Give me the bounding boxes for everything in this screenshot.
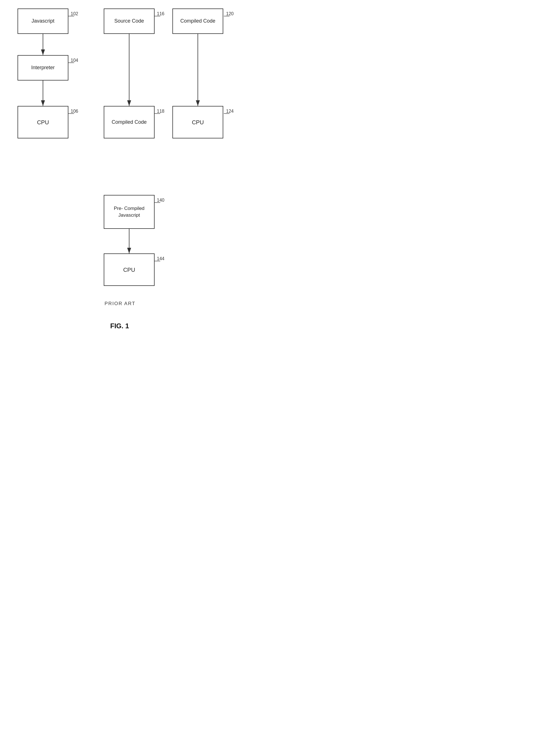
cpu-ref-bottom: 144 bbox=[157, 256, 164, 261]
cpu-ref-1: 106 bbox=[71, 109, 78, 114]
source-code-box: Source Code bbox=[104, 8, 154, 34]
compiled-code-box-3: Compiled Code bbox=[172, 8, 223, 34]
cpu-ref-3: 124 bbox=[226, 109, 234, 114]
cpu-box-3: CPU bbox=[172, 106, 223, 138]
interpreter-ref: 104 bbox=[71, 58, 78, 63]
figure-title: FIG. 1 bbox=[110, 322, 129, 330]
prior-art-label: PRIOR ART bbox=[105, 301, 135, 307]
cpu-box-bottom: CPU bbox=[104, 253, 154, 286]
compiled-code-ref-2: 118 bbox=[157, 109, 164, 114]
javascript-box: Javascript bbox=[18, 8, 68, 34]
cpu-box-1: CPU bbox=[18, 106, 68, 138]
precompiled-js-ref: 140 bbox=[157, 198, 164, 203]
interpreter-box: Interpreter bbox=[18, 55, 68, 81]
javascript-ref: 102 bbox=[71, 11, 78, 16]
diagram-container: Javascript 102 Interpreter 104 CPU 106 S… bbox=[0, 0, 273, 378]
compiled-code-box-2: Compiled Code bbox=[104, 106, 154, 138]
source-code-ref: 116 bbox=[157, 11, 164, 16]
precompiled-js-box: Pre- Compiled Javascript bbox=[104, 195, 154, 229]
compiled-code-ref-3: 120 bbox=[226, 11, 234, 16]
